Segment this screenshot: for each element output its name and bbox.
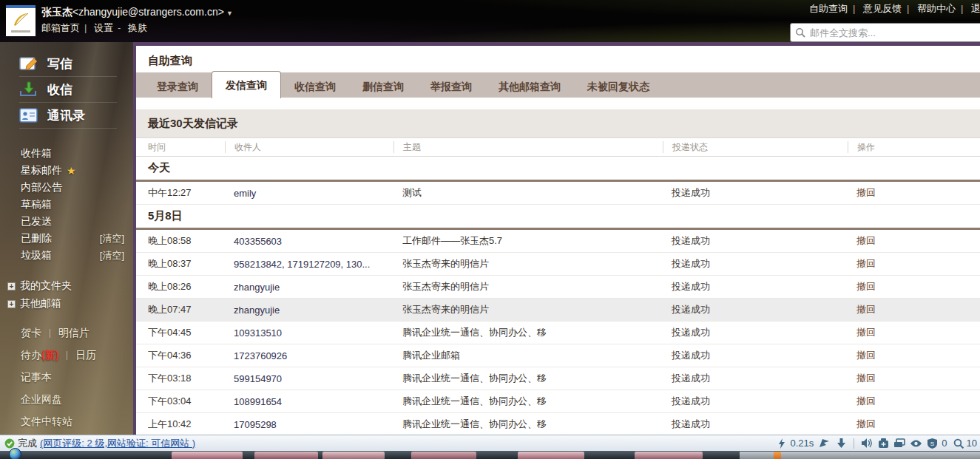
flag-icon[interactable] [817,438,833,449]
recall-link[interactable]: 撤回 [856,281,876,292]
query-tab[interactable]: 收信查询 [281,75,349,98]
recall-link[interactable]: 撤回 [856,418,876,429]
taskbar-button[interactable] [411,452,476,459]
page-title: 自助查询 [136,46,980,72]
table-row[interactable]: 下午03:18 599154970 腾讯企业统一通信、协同办公、移 投递成功 撤… [136,367,980,390]
shield-icon[interactable]: S [924,438,940,449]
folder-item[interactable]: 收件箱 [0,145,133,162]
shortcut-link[interactable]: 待办 [21,349,41,362]
table-row[interactable]: 晚上08:37 958213842, 1719127209, 130... 张玉… [136,253,980,276]
expand-plus-icon[interactable]: + [7,282,16,290]
quick-link[interactable]: 自助查询 [809,3,848,14]
folder-item[interactable]: 草稿箱 [0,196,133,213]
query-tab[interactable]: 发信查询 [212,71,281,98]
taskbar-button[interactable] [172,452,243,459]
taskbar-button[interactable] [635,452,703,459]
query-tab[interactable]: 举报查询 [417,75,485,98]
mail-logo[interactable] [6,5,36,36]
nav-separator: - [118,22,121,33]
folder-item[interactable]: 已删除 [清空] [0,230,133,247]
recall-link[interactable]: 撤回 [856,373,876,384]
compose-label: 写信 [47,55,72,72]
shortcut-link[interactable]: 日历 [75,349,96,362]
mail-search-box[interactable] [790,23,980,42]
shortcut-link[interactable]: 企业网盘 [21,393,62,407]
recall-link[interactable]: 撤回 [856,187,876,198]
table-row[interactable]: 中午12:27 emily 测试 投递成功 撤回 [136,182,980,205]
compose-icon [19,55,38,72]
app-shortcuts: 贺卡 明信片 待办 (新) 日历 记事本 [0,324,133,431]
cell-time: 上午10:42 [136,418,225,431]
expandable-folder[interactable]: + 我的文件夹 [0,277,133,295]
receive-button[interactable]: 收信 [19,77,117,103]
start-button[interactable] [9,448,21,459]
clear-folder-link[interactable]: [清空] [100,232,124,245]
column-time: 时间 [136,141,225,153]
eye-icon[interactable] [908,438,924,449]
download-arrow-icon[interactable] [833,438,849,449]
recall-link[interactable]: 撤回 [856,350,876,361]
cell-status: 投递成功 [663,186,848,200]
cell-recipient: 599154970 [225,373,393,384]
query-tab[interactable]: 其他邮箱查询 [485,75,574,98]
cell-status: 投递成功 [663,326,848,339]
cell-time: 晚上08:37 [136,257,225,271]
expand-plus-icon[interactable]: + [7,300,16,308]
table-row[interactable]: 下午03:04 108991654 腾讯企业统一通信、协同办公、移 投递成功 撤… [136,390,980,413]
shortcut-link[interactable]: 文件中转站 [21,415,72,429]
folder-item[interactable]: 已发送 [0,213,133,230]
folder-item[interactable]: 星标邮件 ★ [0,162,133,179]
shortcut-link[interactable]: 明信片 [58,327,89,340]
clear-folder-link[interactable]: [清空] [100,249,124,262]
header-nav-link[interactable]: 设置 [94,22,113,33]
recall-link[interactable]: 撤回 [856,235,876,246]
speaker-icon[interactable] [859,438,875,449]
taskbar-button[interactable] [254,452,318,459]
done-label: 完成 [18,437,37,450]
shortcut-link[interactable]: 贺卡 [21,327,41,340]
windows-layers-icon[interactable] [891,438,908,449]
cell-action: 撤回 [848,326,980,339]
taskbar-button[interactable] [518,452,584,459]
cleaner-box-icon[interactable] [875,438,891,449]
contacts-button[interactable]: 通讯录 [19,103,117,129]
query-tab[interactable]: 未被回复状态 [574,75,663,98]
header-nav-link[interactable]: 换肤 [128,22,147,33]
table-row[interactable]: 晚上08:58 403355603 工作邮件——张玉杰5.7 投递成功 撤回 [136,230,980,253]
table-row[interactable]: 下午04:36 1723760926 腾讯企业邮箱 投递成功 撤回 [136,344,980,367]
account-info[interactable]: 张玉杰<zhangyujie@strangers.com.cn>▼ [41,6,233,19]
folder-item[interactable]: 垃圾箱 [清空] [0,247,133,264]
query-tab[interactable]: 登录查询 [143,75,212,98]
recall-link[interactable]: 撤回 [856,258,876,269]
query-tab[interactable]: 删信查询 [349,75,417,98]
quick-link[interactable]: 退出 [971,3,980,14]
table-row[interactable]: 晚上08:26 zhangyujie 张玉杰寄来的明信片 投递成功 撤回 [136,276,980,299]
cell-recipient: zhangyujie [225,282,393,293]
quick-link[interactable]: 帮助中心 [917,3,956,14]
cell-time: 晚上08:26 [136,280,225,293]
shortcut-link[interactable]: 记事本 [21,371,52,384]
recall-link[interactable]: 撤回 [856,327,876,338]
user-dropdown-icon[interactable]: ▼ [226,10,233,17]
expandable-folder[interactable]: + 其他邮箱 [0,295,133,313]
cell-status: 投递成功 [663,280,848,293]
cell-time: 下午04:45 [136,326,225,339]
shield-count: 0 [942,438,947,449]
quick-link[interactable]: 意见反馈 [863,3,902,14]
taskbar-button[interactable] [322,452,385,459]
cell-status: 投递成功 [663,303,848,316]
table-row[interactable]: 上午10:42 17095298 腾讯企业统一通信、协同办公、移 投递成功 撤回 [136,413,980,436]
zoom-icon[interactable] [950,438,967,449]
table-row[interactable]: 下午04:45 109313510 腾讯企业统一通信、协同办公、移 投递成功 撤… [136,322,980,344]
recall-link[interactable]: 撤回 [856,395,876,407]
recall-link[interactable]: 撤回 [856,304,876,315]
site-rating-link[interactable]: (网页评级: 2 级,网站验证: 可信网站 ) [40,437,195,450]
folder-item[interactable]: 内部公告 [0,179,133,196]
shortcut-row: 待办 (新) 日历 [0,347,133,364]
compose-button[interactable]: 写信 [19,51,117,77]
header-nav-link[interactable]: 邮箱首页 [41,22,80,33]
cell-time: 下午04:36 [136,349,225,362]
search-input[interactable] [808,27,980,39]
table-row[interactable]: 晚上07:47 zhangyujie 张玉杰寄来的明信片 投递成功 撤回 [136,299,980,322]
tray-notification-icon[interactable] [774,452,781,459]
